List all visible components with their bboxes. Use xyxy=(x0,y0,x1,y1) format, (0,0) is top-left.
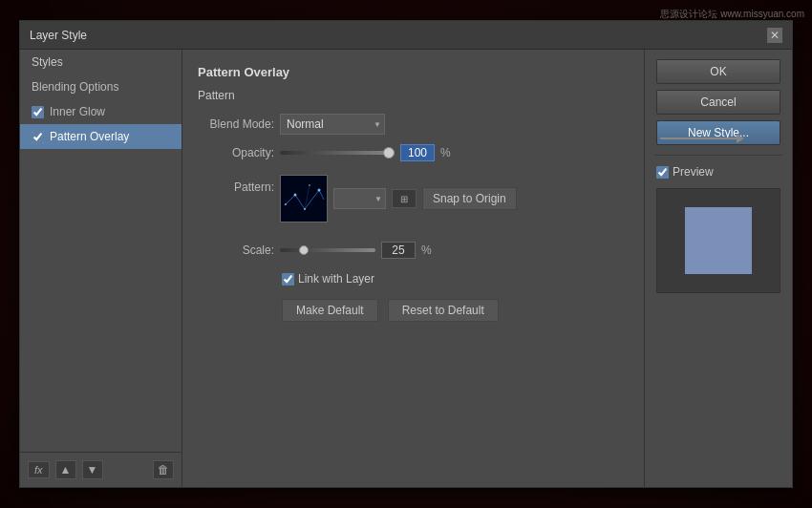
snap-to-origin-button[interactable]: Snap to Origin xyxy=(422,187,517,210)
reset-to-default-button[interactable]: Reset to Default xyxy=(388,299,499,322)
delete-button[interactable]: 🗑 xyxy=(153,460,174,479)
pattern-label: Pattern: xyxy=(198,175,274,194)
inner-glow-label: Inner Glow xyxy=(50,105,105,118)
scale-slider-track[interactable] xyxy=(280,248,375,252)
pattern-dropdown-wrapper xyxy=(333,188,386,209)
move-up-button[interactable]: ▲ xyxy=(55,460,76,479)
svg-point-7 xyxy=(318,189,321,192)
link-with-layer-row: Link with Layer xyxy=(282,272,629,286)
move-down-button[interactable]: ▼ xyxy=(82,460,103,479)
left-panel-bottom: fx ▲ ▼ 🗑 xyxy=(20,452,182,487)
blend-mode-select-wrapper: Normal Dissolve Multiply Screen Overlay xyxy=(280,114,385,135)
scale-row: Scale: % xyxy=(198,242,629,259)
scale-label: Scale: xyxy=(198,243,274,257)
preview-square xyxy=(685,207,752,274)
preview-label: Preview xyxy=(673,165,714,179)
preview-checkbox-row: Preview xyxy=(656,165,780,179)
right-panel: OK Cancel New Style... Preview xyxy=(644,50,792,487)
opacity-row: Opacity: % xyxy=(198,144,629,161)
svg-point-5 xyxy=(294,194,297,197)
sidebar-item-inner-glow[interactable]: Inner Glow xyxy=(20,99,182,124)
pattern-options-button[interactable]: ⊞ xyxy=(392,189,417,208)
sidebar-item-pattern-overlay[interactable]: Pattern Overlay xyxy=(20,124,182,149)
dialog-title: Layer Style xyxy=(30,29,87,42)
opacity-slider-track[interactable] xyxy=(280,151,395,155)
blend-mode-label: Blend Mode: xyxy=(198,117,274,131)
scale-slider-thumb[interactable] xyxy=(299,245,309,255)
inner-glow-checkbox[interactable] xyxy=(32,106,44,118)
opacity-label: Opacity: xyxy=(198,146,274,159)
preview-canvas xyxy=(656,188,780,293)
dialog-titlebar: Layer Style ✕ xyxy=(20,21,792,50)
scale-percent: % xyxy=(421,243,432,257)
watermark: 思源设计论坛 www.missyuan.com xyxy=(660,8,804,21)
layer-style-dialog: Layer Style ✕ Styles Blending Options In… xyxy=(19,20,793,488)
blend-mode-select[interactable]: Normal Dissolve Multiply Screen Overlay xyxy=(280,114,385,135)
preview-checkbox[interactable] xyxy=(656,166,669,179)
opacity-percent: % xyxy=(440,146,451,159)
left-panel: Styles Blending Options Inner Glow Patte… xyxy=(20,50,182,487)
styles-header: Styles xyxy=(20,50,182,74)
middle-panel: Pattern Overlay Pattern Blend Mode: Norm… xyxy=(182,50,644,487)
pattern-row: Pattern: xyxy=(198,175,629,222)
link-with-layer-checkbox[interactable] xyxy=(282,273,294,286)
dialog-body: Styles Blending Options Inner Glow Patte… xyxy=(20,50,792,487)
sidebar-item-blending-options[interactable]: Blending Options xyxy=(20,74,182,99)
opacity-input[interactable] xyxy=(400,144,435,161)
scale-input[interactable] xyxy=(381,242,416,259)
svg-rect-0 xyxy=(281,176,328,222)
subsection-title: Pattern xyxy=(198,89,629,102)
svg-point-8 xyxy=(285,203,287,205)
make-default-button[interactable]: Make Default xyxy=(282,299,378,322)
ok-button[interactable]: OK xyxy=(656,59,780,84)
pattern-overlay-label: Pattern Overlay xyxy=(50,130,129,143)
close-button[interactable]: ✕ xyxy=(767,28,782,43)
section-title: Pattern Overlay xyxy=(198,65,629,79)
pattern-preview[interactable] xyxy=(280,175,328,222)
link-with-layer-label: Link with Layer xyxy=(298,272,374,286)
cancel-button[interactable]: Cancel xyxy=(656,90,780,115)
pattern-controls: ⊞ Snap to Origin xyxy=(280,175,517,222)
opacity-slider-thumb[interactable] xyxy=(383,147,395,159)
arrow-indicator xyxy=(660,134,744,143)
pattern-preview-svg xyxy=(281,176,328,222)
opacity-slider-wrapper: % xyxy=(280,144,451,161)
divider xyxy=(654,155,782,156)
action-row: Make Default Reset to Default xyxy=(282,299,629,322)
pattern-dropdown[interactable] xyxy=(333,188,386,209)
blend-mode-row: Blend Mode: Normal Dissolve Multiply Scr… xyxy=(198,114,629,135)
fx-button[interactable]: fx xyxy=(28,461,50,478)
pattern-overlay-checkbox[interactable] xyxy=(32,131,44,143)
